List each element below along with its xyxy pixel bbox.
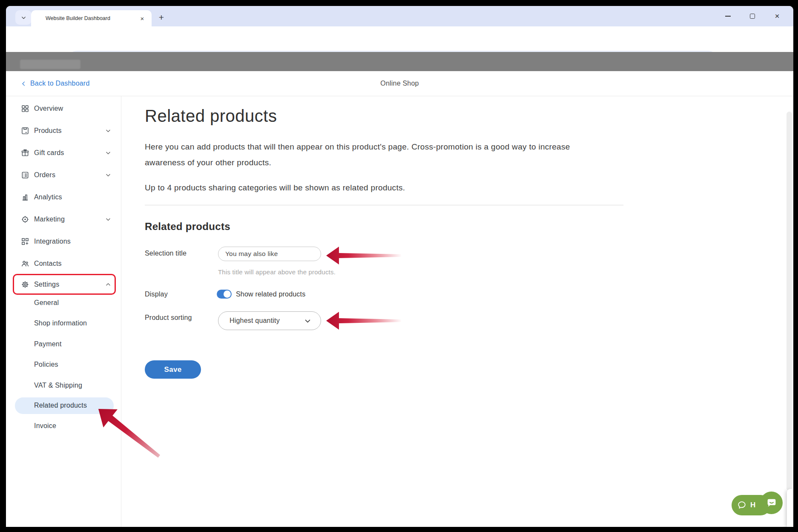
messenger-icon <box>765 497 778 509</box>
intro-paragraph: Here you can add products that will then… <box>145 139 571 170</box>
save-button[interactable]: Save <box>145 360 201 379</box>
selection-title-label: Selection title <box>145 250 187 257</box>
browser-window: Website Builder Dashboard × + × ← → ⟳ <box>6 6 793 527</box>
show-related-products-toggle[interactable] <box>217 290 232 299</box>
selection-title-input[interactable] <box>218 247 321 261</box>
section-title: Related products <box>145 221 230 233</box>
intro-paragraph: Up to 4 products sharing categories will… <box>145 180 596 196</box>
main-content: Related products Here you can add produc… <box>6 6 793 527</box>
chat-bubble-outline-icon <box>737 500 747 510</box>
chat-panel-edge <box>787 489 793 527</box>
product-sorting-label: Product sorting <box>145 314 192 322</box>
dropdown-selected-value: Highest quantity <box>230 317 304 325</box>
chat-pill-text: H <box>750 501 755 509</box>
page-scrollbar[interactable] <box>787 112 792 491</box>
page-title: Related products <box>145 106 277 126</box>
toggle-label: Show related products <box>236 290 305 298</box>
chat-launcher-button[interactable] <box>760 492 783 514</box>
selection-title-helper: This title will appear above the product… <box>218 268 336 276</box>
product-sorting-dropdown[interactable]: Highest quantity <box>218 311 321 330</box>
screenshot-stage: Website Builder Dashboard × + × ← → ⟳ <box>0 0 798 532</box>
toggle-knob <box>224 290 231 298</box>
display-label: Display <box>145 290 168 298</box>
chevron-down-icon <box>304 317 311 325</box>
section-divider <box>145 205 623 205</box>
